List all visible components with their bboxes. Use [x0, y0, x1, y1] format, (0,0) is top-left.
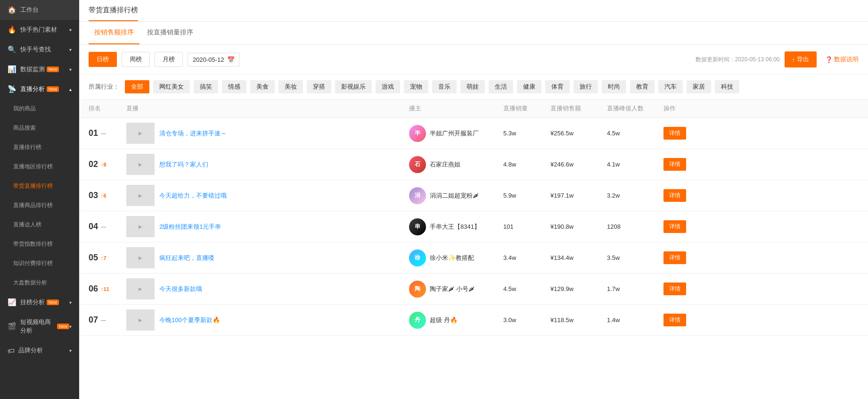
stream-title[interactable]: 疯狂起来吧，直播喽: [159, 254, 214, 262]
industry-music[interactable]: 音乐: [432, 80, 457, 93]
live-sales-amount: ¥190.8w: [550, 223, 607, 230]
host-name: 石家庄燕姐: [430, 160, 460, 169]
industry-doll[interactable]: 萌娃: [460, 80, 485, 93]
industry-fashion[interactable]: 穿搭: [307, 80, 331, 93]
industry-wanghong[interactable]: 网红美女: [153, 80, 190, 93]
stream-title[interactable]: 2级粉丝团来领1元手串: [159, 223, 221, 231]
stream-cell: ▶ 清仓专场，进来拼手速～: [126, 123, 409, 144]
stream-title[interactable]: 今天很多新款哦: [159, 285, 202, 293]
industry-game[interactable]: 游戏: [376, 80, 400, 93]
host-avatar: 半: [409, 125, 426, 142]
rank-number: 06 ↑11: [89, 284, 126, 294]
sidebar-item-knowledge-rank[interactable]: 知识付费排行榜: [0, 254, 79, 273]
sidebar-item-hot-material[interactable]: 🔥 快手热门素材 ▾: [0, 20, 79, 40]
stream-cell: ▶ 今天超给力，不要错过哦: [126, 185, 409, 206]
sidebar-item-my-goods[interactable]: 我的商品: [0, 99, 79, 118]
detail-button[interactable]: 详情: [663, 158, 686, 171]
industry-tech[interactable]: 科技: [715, 80, 739, 93]
sidebar-item-workbench[interactable]: 🏠 工作台: [0, 0, 79, 20]
detail-button[interactable]: 详情: [663, 283, 686, 295]
sidebar-item-big-data[interactable]: 大盘数据分析: [0, 273, 79, 292]
sidebar-item-short-video[interactable]: 🎬 短视频电商分析 New ▾: [0, 312, 79, 341]
period-weekly-btn[interactable]: 周榜: [122, 52, 150, 67]
table-row: 01 — ▶ 清仓专场，进来拼手速～ 半 半姐广州开服装厂 5.3w ¥256.…: [79, 118, 868, 149]
sidebar-item-live-goods-rank[interactable]: 带货直播排行榜: [0, 176, 79, 196]
stream-title[interactable]: 想我了吗？家人们: [159, 160, 208, 169]
sidebar-label-live-kol: 直播达人榜: [13, 221, 41, 229]
stream-title[interactable]: 今天超给力，不要错过哦: [159, 191, 227, 200]
action-cell: 详情: [663, 127, 701, 140]
live-icon: 📡: [8, 85, 16, 93]
industry-filter: 所属行业： 全部 网红美女 搞笑 情感 美食 美妆 穿搭 影视娱乐 游戏 宠物 …: [79, 75, 868, 100]
sidebar-item-live-analysis[interactable]: 📡 直播分析 New ▴: [0, 79, 79, 99]
tabs-row: 按销售额排序 按直播销量排序: [79, 22, 868, 45]
main-content: 带货直播排行榜 按销售额排序 按直播销量排序 日榜 周榜 月榜 2020-05-…: [79, 0, 868, 399]
video-icon: 🎬: [8, 322, 16, 331]
arrow-icon-3: ▾: [69, 67, 72, 72]
sidebar-item-goods-search[interactable]: 商品搜索: [0, 118, 79, 138]
stream-cell: ▶ 2级粉丝团来领1元手串: [126, 216, 409, 237]
industry-entertainment[interactable]: 影视娱乐: [335, 80, 372, 93]
rank-change: —: [101, 317, 106, 323]
help-link[interactable]: ❓ 数据说明: [825, 55, 859, 64]
tab-by-sales-count[interactable]: 按直播销量排序: [141, 22, 199, 44]
industry-emotion[interactable]: 情感: [222, 80, 246, 93]
detail-button[interactable]: 详情: [663, 251, 686, 264]
rank-change: ↑7: [101, 255, 106, 261]
industry-travel[interactable]: 旅行: [573, 80, 598, 93]
industry-life[interactable]: 生活: [489, 80, 513, 93]
industry-all[interactable]: 全部: [125, 80, 149, 93]
industry-food[interactable]: 美食: [250, 80, 275, 93]
tab-by-sales-amount[interactable]: 按销售额排序: [89, 22, 139, 44]
host-cell: 串 手串大王【8341】: [409, 218, 503, 235]
rank-change: ↑11: [101, 286, 109, 292]
sidebar-item-live-rank[interactable]: 直播排行榜: [0, 138, 79, 157]
industry-home[interactable]: 家居: [687, 80, 711, 93]
sidebar-item-live-kol-rank[interactable]: 直播达人榜: [0, 215, 79, 234]
industry-pet[interactable]: 宠物: [404, 80, 428, 93]
industry-fashion2[interactable]: 时尚: [602, 80, 626, 93]
detail-button[interactable]: 详情: [663, 189, 686, 202]
host-avatar: 石: [409, 156, 426, 173]
col-stream: 直播: [126, 104, 409, 113]
detail-button[interactable]: 详情: [663, 220, 686, 233]
industry-label: 所属行业：: [89, 83, 119, 91]
industry-beauty[interactable]: 美妆: [278, 80, 303, 93]
detail-button[interactable]: 详情: [663, 314, 686, 326]
sidebar-item-hitlist[interactable]: 📈 挂榜分析 New ▾: [0, 292, 79, 312]
brand-icon: 🏷: [8, 347, 15, 355]
industry-education[interactable]: 教育: [630, 80, 655, 93]
industry-health[interactable]: 健康: [517, 80, 541, 93]
sidebar-item-account-search[interactable]: 🔍 快手号查找 ▾: [0, 40, 79, 59]
industry-sports[interactable]: 体育: [545, 80, 570, 93]
stream-thumbnail: ▶: [126, 123, 155, 144]
date-picker[interactable]: 2020-05-12 📅: [188, 53, 240, 66]
live-sales-count: 5.9w: [503, 192, 550, 199]
sidebar-item-brand[interactable]: 🏷 品牌分析 ▾: [0, 341, 79, 360]
calendar-icon: 📅: [227, 56, 235, 63]
sidebar-label-goods-search: 商品搜索: [13, 124, 36, 132]
stream-cell: ▶ 今晚100个夏季新款🔥: [126, 309, 409, 331]
table-row: 03 ↑6 ▶ 今天超给力，不要错过哦 涓 涓涓二姐超宠粉🌶 5.9w ¥197…: [79, 180, 868, 211]
industry-car[interactable]: 汽车: [658, 80, 683, 93]
sidebar-item-data-monitor[interactable]: 📊 数据监测 New ▾: [0, 59, 79, 79]
col-peak-users: 直播峰值人数: [607, 104, 663, 113]
stream-title[interactable]: 清仓专场，进来拼手速～: [159, 129, 227, 138]
live-peak-users: 1.7w: [607, 285, 663, 292]
chart-icon: 📊: [8, 65, 16, 74]
search-icon: 🔍: [8, 45, 16, 54]
industry-funny[interactable]: 搞笑: [194, 80, 218, 93]
export-button[interactable]: ↑ 导出: [785, 51, 817, 67]
host-avatar: 徐: [409, 249, 426, 266]
sidebar-item-live-area-rank[interactable]: 直播地区排行榜: [0, 157, 79, 176]
period-daily-btn[interactable]: 日榜: [89, 52, 117, 67]
col-sales-amount: 直播销售额: [550, 104, 607, 113]
period-monthly-btn[interactable]: 月榜: [155, 52, 183, 67]
detail-button[interactable]: 详情: [663, 127, 686, 140]
sidebar-label-goods-index: 带货指数排行榜: [13, 240, 53, 248]
host-name: 手串大王【8341】: [430, 223, 480, 231]
sidebar-item-goods-index-rank[interactable]: 带货指数排行榜: [0, 234, 79, 254]
stream-title[interactable]: 今晚100个夏季新款🔥: [159, 316, 220, 324]
sidebar-label-knowledge: 知识付费排行榜: [13, 259, 53, 267]
sidebar-item-live-product-rank[interactable]: 直播商品排行榜: [0, 196, 79, 215]
